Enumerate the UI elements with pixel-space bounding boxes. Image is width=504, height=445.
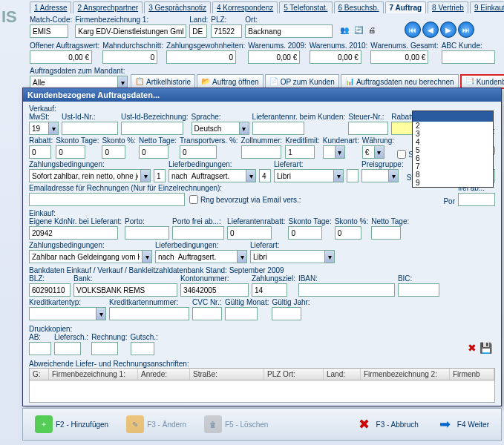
print-icon[interactable]: 🖨	[368, 26, 380, 38]
bic-input[interactable]	[398, 283, 439, 297]
tab-2[interactable]: 3 Gesprächsnotiz	[144, 1, 211, 13]
f5-loeschen-button[interactable]: 🗑F5 - Löschen	[198, 412, 274, 436]
chevron-down-icon[interactable]: ▾	[388, 169, 399, 182]
chevron-down-icon[interactable]: ▾	[374, 145, 384, 159]
tab-5[interactable]: 6 Besuchsb.	[334, 1, 384, 13]
offener-input[interactable]	[30, 50, 92, 64]
chevron-down-icon[interactable]: ▾	[333, 169, 344, 182]
chevron-down-icon[interactable]: ▾	[237, 250, 247, 263]
tab-6[interactable]: 7 Auftrag	[385, 1, 427, 13]
nettotage-input[interactable]	[139, 145, 168, 159]
liefart2-select[interactable]	[250, 250, 324, 263]
gjahr-input[interactable]	[272, 307, 301, 320]
chevron-down-icon[interactable]: ▾	[246, 169, 256, 182]
liefkd-input[interactable]	[252, 122, 304, 135]
action-icon[interactable]: 🔄	[354, 26, 366, 38]
liefsch-input[interactable]	[54, 342, 81, 355]
dropdown-option[interactable]: 2	[413, 122, 493, 130]
skpct2-input[interactable]	[335, 226, 361, 240]
col-header[interactable]: Firmenbezeichnung 1:	[49, 369, 138, 380]
nav-first-button[interactable]: ⏮	[405, 22, 421, 38]
zahlbed2-select[interactable]	[29, 250, 142, 263]
ustbez-input[interactable]	[121, 122, 183, 135]
eigkd-input[interactable]	[29, 226, 118, 240]
rng-checkbox[interactable]	[189, 195, 198, 204]
chevron-down-icon[interactable]: ▾	[96, 307, 106, 320]
liefrab-input[interactable]	[227, 226, 272, 240]
kktyp-select[interactable]	[29, 307, 96, 320]
bank-input[interactable]	[73, 283, 177, 297]
firmen-input[interactable]	[75, 24, 186, 38]
tab-8[interactable]: 9 Einkauf	[470, 1, 504, 13]
email-input[interactable]	[29, 193, 185, 206]
gutsch-input[interactable]	[131, 342, 154, 355]
porto-input[interactable]	[125, 226, 169, 240]
chevron-down-icon[interactable]: ▾	[140, 169, 151, 182]
plz-input[interactable]	[211, 24, 242, 38]
dropdown-option[interactable]: 6	[413, 154, 493, 162]
portofrei-input[interactable]	[172, 226, 224, 240]
dropdown-option[interactable]: 9	[413, 179, 493, 187]
mahn-input[interactable]	[102, 50, 157, 64]
artikelhistorie-button[interactable]: 📋Artikelhistorie	[131, 74, 195, 89]
col-header[interactable]: Straße:	[190, 369, 264, 380]
col-header[interactable]: Anrede:	[138, 369, 190, 380]
wges-input[interactable]	[370, 50, 428, 64]
cvc-input[interactable]	[192, 307, 222, 320]
liefart-n-input[interactable]	[347, 169, 359, 182]
chevron-down-icon[interactable]: ▾	[239, 122, 249, 135]
dropdown-option[interactable]: 3	[413, 130, 493, 138]
f3-abbruch-button[interactable]: ✖F3 - Abbruch	[350, 412, 425, 436]
kundenbezogene-button[interactable]: 📑Kundenbezogene Auftragsdaten	[460, 74, 504, 89]
zahlziel-input[interactable]	[252, 283, 287, 297]
dropdown-option[interactable]: 4	[413, 138, 493, 146]
preisg-select[interactable]	[361, 169, 388, 182]
rabattgruppe-dropdown[interactable]: 23456789	[412, 111, 494, 188]
dropdown-option[interactable]: 5	[413, 146, 493, 154]
zahlbed-select[interactable]	[29, 169, 140, 182]
save-icon[interactable]: 💾	[480, 342, 492, 354]
abc-input[interactable]	[442, 50, 495, 64]
rechn-input[interactable]	[91, 342, 118, 355]
freiab-input[interactable]	[458, 193, 495, 206]
people-icon[interactable]: 👥	[340, 26, 352, 38]
zahl-input[interactable]	[166, 50, 236, 64]
waehr-select[interactable]	[362, 145, 374, 159]
kredit-input[interactable]	[285, 145, 315, 159]
f3-aendern-button[interactable]: ✎F3 - Ändern	[120, 412, 192, 436]
mwst-input[interactable]	[29, 122, 48, 135]
liefbed2-select[interactable]	[155, 250, 237, 263]
auftrag-oeffnen-button[interactable]: 📂Auftrag öffnen	[197, 74, 264, 89]
tab-1[interactable]: 2 Ansprechpartner	[73, 1, 143, 13]
zahlbed-n-input[interactable]	[154, 169, 166, 182]
skpct-input[interactable]	[102, 145, 125, 159]
auftragsdaten-neu-button[interactable]: 📊Auftragsdaten neu berechnen	[341, 74, 459, 89]
col-header[interactable]: Firmenb	[450, 369, 494, 380]
dropdown-option[interactable]	[413, 111, 493, 122]
liefbed-select[interactable]	[168, 169, 246, 182]
tab-7[interactable]: 8 Vertrieb	[428, 1, 468, 13]
op-kunden-button[interactable]: 📄OP zum Kunden	[265, 74, 339, 89]
kdart-select[interactable]	[323, 145, 335, 159]
nav-prev-button[interactable]: ◀	[422, 22, 439, 38]
w2010-input[interactable]	[310, 50, 361, 64]
dropdown-option[interactable]: 8	[413, 171, 493, 179]
chevron-down-icon[interactable]: ▾	[48, 122, 59, 135]
col-header[interactable]: Land:	[324, 369, 361, 380]
gmon-input[interactable]	[225, 307, 258, 320]
iban-input[interactable]	[298, 283, 395, 297]
nav-next-button[interactable]: ▶	[440, 22, 456, 38]
delete-icon[interactable]: ✖	[468, 342, 477, 354]
nettot2-input[interactable]	[371, 226, 401, 240]
kknum-input[interactable]	[109, 307, 189, 320]
blz-input[interactable]	[29, 283, 71, 297]
transp-input[interactable]	[180, 145, 217, 159]
dropdown-option[interactable]: 7	[413, 162, 493, 171]
ustid-input[interactable]	[62, 122, 118, 135]
nav-last-button[interactable]: ⏭	[458, 22, 474, 38]
w2009-input[interactable]	[248, 50, 300, 64]
matchcode-input[interactable]	[30, 24, 68, 38]
liefbed-n-input[interactable]	[259, 169, 271, 182]
chevron-down-icon[interactable]: ▾	[335, 145, 345, 159]
liefart-select[interactable]	[274, 169, 333, 182]
